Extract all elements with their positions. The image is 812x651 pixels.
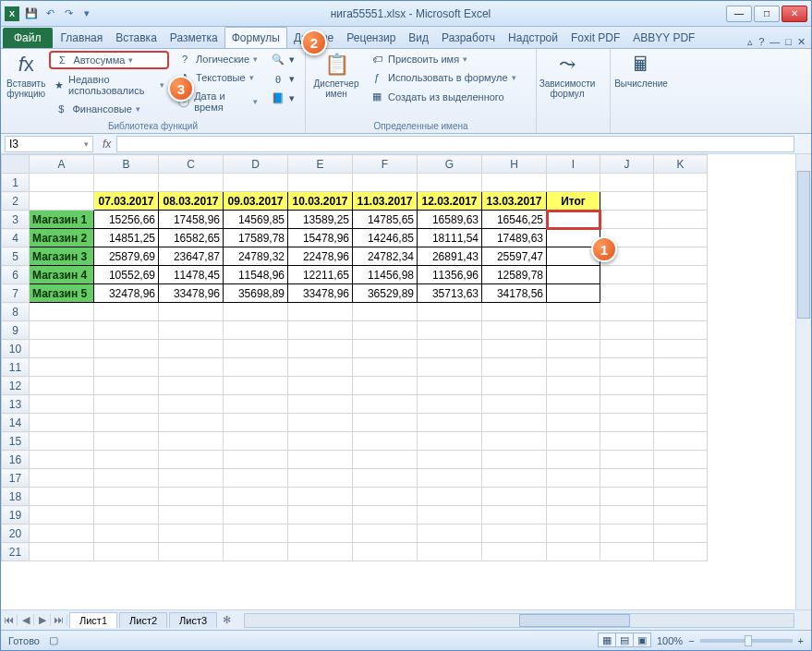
row-header[interactable]: 10 <box>2 340 30 358</box>
cell[interactable] <box>654 321 708 340</box>
cell[interactable] <box>94 321 159 340</box>
cell[interactable] <box>482 174 547 192</box>
cell[interactable] <box>288 524 353 543</box>
cell[interactable] <box>600 395 654 414</box>
cell[interactable]: 25879,69 <box>94 247 159 266</box>
cell[interactable] <box>94 488 159 506</box>
cell[interactable] <box>224 395 288 414</box>
ribbon-tab[interactable]: Главная <box>55 28 110 48</box>
cell[interactable] <box>353 543 418 561</box>
cell[interactable] <box>418 340 482 358</box>
cell-store-label[interactable]: Магазин 1 <box>30 211 94 229</box>
cell[interactable] <box>418 451 482 469</box>
cell[interactable] <box>30 451 94 469</box>
cell[interactable] <box>547 524 600 543</box>
qat-save-icon[interactable]: 💾 <box>23 6 40 22</box>
cell[interactable] <box>654 414 708 432</box>
row-header[interactable]: 13 <box>2 395 30 414</box>
cell[interactable]: 11456,98 <box>353 266 418 284</box>
cell[interactable] <box>547 358 600 377</box>
math-button[interactable]: θ▾ <box>266 70 299 88</box>
cell[interactable] <box>600 524 654 543</box>
cell[interactable] <box>288 174 353 192</box>
cell-store-label[interactable]: Магазин 2 <box>30 229 94 247</box>
cell[interactable] <box>654 211 708 229</box>
cell[interactable] <box>654 395 708 414</box>
cell[interactable] <box>547 377 600 395</box>
cell[interactable]: 15478,96 <box>288 229 353 247</box>
cell[interactable] <box>418 358 482 377</box>
row-header[interactable]: 7 <box>2 284 30 303</box>
cell[interactable] <box>418 174 482 192</box>
cell[interactable] <box>482 395 547 414</box>
cell[interactable] <box>654 432 708 451</box>
cell[interactable] <box>482 524 547 543</box>
cell[interactable]: 12211,65 <box>288 266 353 284</box>
cell[interactable] <box>654 524 708 543</box>
sheet-tab[interactable]: Лист3 <box>169 612 217 628</box>
doc-restore-icon[interactable]: □ <box>785 36 792 48</box>
column-header[interactable]: A <box>30 155 94 174</box>
cell[interactable] <box>30 174 94 192</box>
cell[interactable] <box>418 395 482 414</box>
row-header[interactable]: 18 <box>2 488 30 506</box>
cell[interactable]: 16582,65 <box>159 229 224 247</box>
column-header[interactable]: F <box>353 155 418 174</box>
zoom-slider[interactable] <box>700 639 793 643</box>
cell[interactable] <box>94 506 159 524</box>
sheet-nav-prev-icon[interactable]: ◀ <box>18 614 34 626</box>
cell-total[interactable] <box>547 211 600 229</box>
cell[interactable] <box>654 266 708 284</box>
cell[interactable] <box>94 358 159 377</box>
cell[interactable] <box>654 284 708 303</box>
cell[interactable] <box>654 303 708 321</box>
cell[interactable] <box>482 377 547 395</box>
column-header[interactable]: G <box>418 155 482 174</box>
column-header[interactable]: H <box>482 155 547 174</box>
cell[interactable] <box>482 321 547 340</box>
cell[interactable] <box>353 340 418 358</box>
cell[interactable] <box>288 543 353 561</box>
row-header[interactable]: 14 <box>2 414 30 432</box>
cell[interactable] <box>94 543 159 561</box>
ribbon-tab[interactable]: Разработч <box>435 28 502 48</box>
cell[interactable]: 13589,25 <box>288 211 353 229</box>
close-button[interactable]: ✕ <box>782 6 807 22</box>
cell[interactable]: 07.03.2017 <box>94 192 159 211</box>
cell[interactable] <box>288 451 353 469</box>
column-header[interactable]: D <box>224 155 288 174</box>
cell[interactable] <box>600 284 654 303</box>
calculation-button[interactable]: 🖩 Вычисление <box>616 51 666 129</box>
cell[interactable] <box>94 414 159 432</box>
cell[interactable] <box>30 303 94 321</box>
row-header[interactable]: 17 <box>2 469 30 488</box>
cell[interactable] <box>418 321 482 340</box>
cell[interactable] <box>288 321 353 340</box>
cell[interactable] <box>654 377 708 395</box>
cell[interactable] <box>288 340 353 358</box>
cell[interactable] <box>30 524 94 543</box>
cell[interactable]: 11356,96 <box>418 266 482 284</box>
cell[interactable] <box>159 524 224 543</box>
cell[interactable]: 35713,63 <box>418 284 482 303</box>
maximize-button[interactable]: □ <box>754 6 780 22</box>
cell[interactable]: 10552,69 <box>94 266 159 284</box>
cell[interactable] <box>600 303 654 321</box>
minimize-button[interactable]: — <box>726 6 752 22</box>
cell[interactable] <box>654 229 708 247</box>
cell[interactable] <box>418 303 482 321</box>
cell[interactable] <box>654 451 708 469</box>
cell[interactable] <box>353 506 418 524</box>
new-sheet-icon[interactable]: ✻ <box>217 614 236 626</box>
column-header[interactable]: C <box>159 155 224 174</box>
cell[interactable] <box>482 451 547 469</box>
row-header[interactable]: 5 <box>2 247 30 266</box>
cell[interactable] <box>224 506 288 524</box>
cell[interactable]: 11.03.2017 <box>353 192 418 211</box>
cell[interactable] <box>547 506 600 524</box>
cell[interactable] <box>353 395 418 414</box>
row-header[interactable]: 8 <box>2 303 30 321</box>
cell[interactable] <box>94 377 159 395</box>
cell[interactable] <box>288 303 353 321</box>
cell[interactable]: 17458,96 <box>159 211 224 229</box>
